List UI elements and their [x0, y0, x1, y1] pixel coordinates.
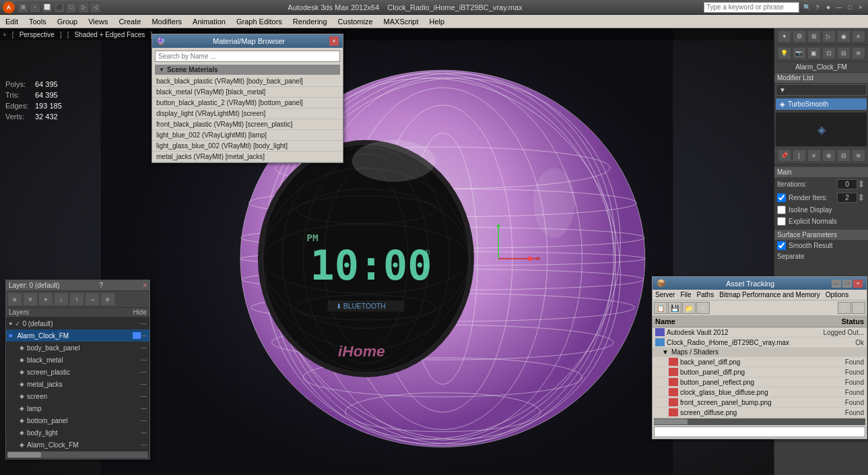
- material-item-7[interactable]: metal_jacks (VRayMtl) [metal_jacks]: [152, 152, 343, 162]
- menu-help[interactable]: Help: [424, 16, 450, 27]
- menu-maxscript[interactable]: MAXScript: [378, 16, 424, 27]
- menu-customize[interactable]: Customize: [333, 16, 378, 27]
- rp-icon-extra3[interactable]: ≋: [852, 47, 865, 59]
- at-maximize-btn[interactable]: □: [842, 280, 852, 288]
- tb-icon-1[interactable]: ⊞: [18, 2, 28, 13]
- material-search-box[interactable]: [155, 51, 340, 62]
- iterations-spinner[interactable]: ⬍: [857, 179, 865, 189]
- menu-views[interactable]: Views: [83, 16, 113, 27]
- render-iters-checkbox[interactable]: [777, 193, 786, 202]
- rp-icon-geo[interactable]: ▣: [807, 47, 821, 59]
- rp-icon-utilities[interactable]: ≡: [852, 30, 865, 42]
- star-icon[interactable]: ★: [824, 3, 833, 12]
- at-menu-options[interactable]: Options: [826, 291, 848, 298]
- menu-animation[interactable]: Animation: [187, 16, 231, 27]
- menu-group[interactable]: Group: [52, 16, 84, 27]
- menu-rendering[interactable]: Rendering: [288, 16, 333, 27]
- layer-tool-hamburger[interactable]: ≡: [7, 292, 22, 306]
- tb-icon-6[interactable]: ▷: [78, 2, 89, 13]
- at-btn-2[interactable]: 💾: [668, 302, 681, 314]
- layer-item-default[interactable]: ● ✓ 0 (default) —: [6, 317, 149, 329]
- layer-tool-right[interactable]: →: [85, 292, 100, 306]
- at-row-button-panel-diff[interactable]: button_panel_diff.png Found: [653, 367, 867, 377]
- rp-icon-hierarchy[interactable]: ⊞: [807, 30, 821, 42]
- minimize-btn[interactable]: —: [834, 3, 844, 12]
- layer-item-body-back-panel[interactable]: ◈ body_back_panel —: [6, 342, 149, 354]
- material-item-6[interactable]: light_glass_blue_002 (VRayMtl) [body_lig…: [152, 141, 343, 152]
- rp-icon-light[interactable]: 💡: [778, 47, 791, 59]
- at-btn-help[interactable]: ?: [838, 302, 851, 314]
- at-input-row[interactable]: [654, 426, 865, 437]
- rp-icon-cam[interactable]: 📷: [793, 47, 806, 59]
- rp-icon-display[interactable]: ◉: [837, 30, 850, 42]
- window-controls[interactable]: 🔍 ? ★ — □ ×: [802, 3, 865, 12]
- search-btn[interactable]: 🔍: [802, 3, 811, 12]
- layer-scrollbar-thumb[interactable]: [7, 452, 41, 457]
- layer-item-lamp[interactable]: ◈ lamp —: [6, 402, 149, 414]
- tb-icon-5[interactable]: □: [66, 2, 77, 13]
- at-menu-file[interactable]: File: [680, 291, 691, 298]
- search-box[interactable]: [704, 2, 799, 13]
- help-icon[interactable]: ?: [813, 3, 822, 12]
- menu-create[interactable]: Create: [113, 16, 146, 27]
- tb-icon-3[interactable]: ⬜: [42, 2, 53, 13]
- at-close-btn[interactable]: ×: [853, 280, 863, 288]
- layer-tool-list[interactable]: ≡: [100, 292, 115, 306]
- render-iters-input[interactable]: [837, 193, 857, 203]
- rp-icon-extra1[interactable]: ⊡: [822, 47, 836, 59]
- rp-icon-extra2[interactable]: ⊟: [837, 47, 850, 59]
- layer-tool-down[interactable]: ↓: [54, 292, 69, 306]
- rp-icon-motion[interactable]: ▷: [822, 30, 836, 42]
- maximize-btn[interactable]: □: [845, 3, 855, 12]
- at-minimize-btn[interactable]: —: [832, 280, 841, 288]
- at-path-input[interactable]: [655, 428, 865, 435]
- at-row-max-file[interactable]: Clock_Radio_iHome_iBT29BC_vray.max Ok: [653, 338, 867, 348]
- mod-pin-icon[interactable]: 📌: [778, 150, 791, 162]
- at-menu-server[interactable]: Server: [655, 291, 675, 298]
- layer-item-screen-plastic[interactable]: ◈ screen_plastic —: [6, 366, 149, 378]
- layer-tool-delete[interactable]: ×: [23, 292, 38, 306]
- at-menu-paths[interactable]: Paths: [697, 291, 714, 298]
- layer-tool-up[interactable]: ↑: [69, 292, 84, 306]
- at-btn-1[interactable]: 📋: [654, 302, 667, 314]
- material-item-1[interactable]: black_metal (VRayMtl) [black_metal]: [152, 87, 343, 98]
- layer-item-alarm-clock-fm2[interactable]: ◈ Alarm_Clock_FM —: [6, 439, 149, 451]
- search-input[interactable]: [704, 3, 799, 12]
- tb-icon-2[interactable]: ▫: [30, 2, 40, 13]
- at-row-vault[interactable]: Autodesk Vault 2012 Logged Out...: [653, 327, 867, 338]
- at-btn-settings[interactable]: ⚙: [852, 302, 865, 314]
- mod-remove-icon[interactable]: ⊟: [837, 150, 850, 162]
- iterations-input[interactable]: [837, 179, 857, 189]
- material-item-3[interactable]: display_light (VRayLightMtl) [screen]: [152, 108, 343, 119]
- layer-item-body-light[interactable]: ◈ body_light —: [6, 426, 149, 439]
- layer-item-screen[interactable]: ◈ screen —: [6, 390, 149, 402]
- close-btn[interactable]: ×: [856, 3, 865, 12]
- turbosmooth-modifier[interactable]: ◈ TurboSmooth: [776, 98, 867, 110]
- at-row-front-screen-bump[interactable]: front_screen_panel_bump.png Found: [653, 398, 867, 408]
- menu-tools[interactable]: Tools: [24, 16, 52, 27]
- at-scrollbar-h[interactable]: [654, 418, 865, 425]
- layer-panel-help[interactable]: ?: [100, 282, 104, 289]
- material-item-0[interactable]: back_black_plastic (VRayMtl) [body_back_…: [152, 76, 343, 87]
- tb-icon-7[interactable]: ◁: [90, 2, 101, 13]
- tb-icon-4[interactable]: ⬛: [54, 2, 65, 13]
- at-btn-4[interactable]: ⊞: [696, 302, 710, 314]
- at-row-clock-glass-diffuse[interactable]: clock_glass_blue_diffuse.png Found: [653, 387, 867, 398]
- at-row-button-panel-reflect[interactable]: button_panel_reflect.png Found: [653, 377, 867, 387]
- menu-graph-editors[interactable]: Graph Editors: [231, 16, 288, 27]
- at-menu-bitmap[interactable]: Bitmap Performance and Memory: [719, 291, 820, 298]
- modifier-dropdown[interactable]: ▼: [776, 84, 867, 96]
- layer-item-black-metal[interactable]: ◈ black_metal —: [6, 354, 149, 366]
- mod-unique-icon[interactable]: ⊕: [822, 150, 836, 162]
- menu-edit[interactable]: Edit: [0, 16, 24, 27]
- explicit-normals-checkbox[interactable]: [777, 217, 786, 226]
- rp-icon-modify[interactable]: ⚙: [793, 30, 806, 42]
- isoline-checkbox[interactable]: [777, 205, 786, 214]
- material-item-2[interactable]: button_black_plastic_2 (VRayMtl) [bottom…: [152, 98, 343, 108]
- at-scrollbar-thumb[interactable]: [654, 419, 688, 424]
- layer-panel-close[interactable]: ×: [143, 282, 147, 289]
- mod-stack-icon[interactable]: ≡: [807, 150, 821, 162]
- rp-icon-create[interactable]: ✦: [778, 30, 791, 42]
- layer-item-metal-jacks[interactable]: ◈ metal_jacks —: [6, 378, 149, 390]
- material-item-5[interactable]: light_blue_002 (VRayLightMtl) [lamp]: [152, 130, 343, 141]
